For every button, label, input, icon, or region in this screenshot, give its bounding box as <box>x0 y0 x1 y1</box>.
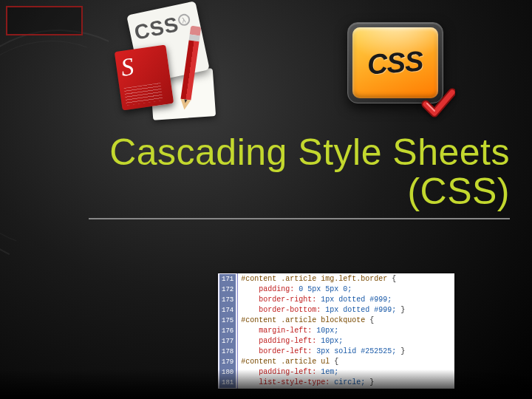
title-underline <box>89 218 510 219</box>
corner-placeholder-box <box>6 6 83 35</box>
line-number: 175 <box>219 316 236 326</box>
header-icon-group: CSSλ S CSS <box>96 7 451 126</box>
code-line: border-bottom: 1px dotted #999; } <box>241 305 451 316</box>
red-stylebook-icon: S <box>115 45 174 111</box>
title-line-2: (CSS) <box>407 171 510 212</box>
line-number: 179 <box>219 357 236 367</box>
code-line: border-left: 3px solid #252525; } <box>241 347 451 357</box>
code-line: padding-left: 10px; <box>241 336 451 347</box>
badge-text: CSS <box>366 45 424 81</box>
book-letter: S <box>119 52 135 81</box>
title-line-1: Cascading Style Sheets <box>109 132 510 173</box>
line-number: 173 <box>219 295 236 305</box>
line-number: 171 <box>219 274 236 284</box>
css-editor-icon: CSSλ S <box>111 7 236 118</box>
css-glossy-badge: CSS <box>347 22 451 115</box>
code-line: padding: 0 5px 5px 0; <box>241 284 451 295</box>
line-number: 178 <box>219 347 236 357</box>
footer-gradient <box>0 369 532 399</box>
code-line: border-right: 1px dotted #999; <box>241 295 451 305</box>
line-number: 172 <box>219 284 236 295</box>
line-number: 177 <box>219 336 236 347</box>
checkmark-icon <box>421 86 455 120</box>
line-number: 176 <box>219 326 236 336</box>
slide-title: Cascading Style Sheets (CSS) <box>89 133 510 211</box>
line-number: 174 <box>219 305 236 316</box>
code-line: #content .article img.left.border { <box>241 274 451 284</box>
code-line: #content .article blockquote { <box>241 316 451 326</box>
code-line: margin-left: 10px; <box>241 326 451 336</box>
slide-title-block: Cascading Style Sheets (CSS) <box>89 133 510 219</box>
css-sheet-label: CSS <box>132 13 181 44</box>
code-line: #content .article ul { <box>241 357 451 367</box>
